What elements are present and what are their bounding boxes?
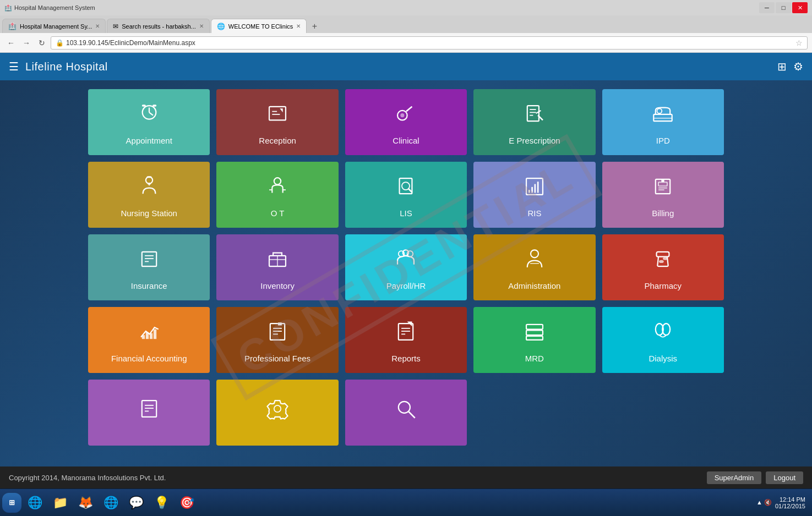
taskbar-system-icons: ▲ 🔇 bbox=[756, 499, 772, 506]
bookmark-icon[interactable]: ☆ bbox=[795, 39, 803, 47]
start-button[interactable]: ⊞ bbox=[2, 493, 21, 513]
time-text: 12:14 PM bbox=[775, 496, 805, 503]
taskbar-ie-icon[interactable]: 🌐 bbox=[23, 492, 47, 513]
tile-ipd[interactable]: IPD bbox=[602, 89, 724, 155]
svg-rect-4 bbox=[152, 105, 156, 107]
taskbar: ⊞ 🌐 📁 🦊 🌐 💬 💡 🎯 ▲ 🔇 12:14 PM 01/12/2015 bbox=[0, 488, 812, 516]
tile-eprescription[interactable]: E Prescription bbox=[473, 89, 595, 155]
tile-lis[interactable]: LIS bbox=[345, 162, 467, 228]
tile-icon-extra2 bbox=[265, 397, 290, 426]
svg-rect-3 bbox=[141, 105, 145, 107]
title-bar: 🏥 Hospital Management System ─ □ ✕ bbox=[0, 0, 812, 15]
app-title: Lifeline Hospital bbox=[25, 61, 108, 73]
tile-icon-ipd bbox=[651, 102, 675, 131]
new-tab-button[interactable]: + bbox=[308, 20, 321, 33]
svg-rect-19 bbox=[146, 176, 151, 178]
tile-icon-extra3 bbox=[394, 397, 418, 426]
tile-icon-pharmacy bbox=[651, 247, 675, 277]
svg-point-75 bbox=[274, 405, 281, 412]
taskbar-explorer-icon[interactable]: 📁 bbox=[48, 492, 72, 513]
superadmin-button[interactable]: SuperAdmin bbox=[707, 471, 762, 484]
tab-close-2[interactable]: ✕ bbox=[199, 23, 204, 29]
taskbar-ppt-icon[interactable]: 🎯 bbox=[175, 492, 199, 513]
tile-pharmacy[interactable]: Pharmacy bbox=[602, 234, 724, 300]
tile-payroll[interactable]: Payroll/HR bbox=[345, 234, 467, 300]
svg-rect-68 bbox=[526, 336, 543, 339]
windows-icon: ⊞ bbox=[9, 498, 15, 507]
page-lock-icon: 🔒 bbox=[56, 39, 64, 47]
svg-rect-34 bbox=[658, 182, 667, 186]
tile-billing[interactable]: Billing bbox=[602, 162, 724, 228]
tile-icon-eprescription bbox=[522, 102, 547, 131]
tile-extra2[interactable] bbox=[216, 380, 338, 446]
tab-close-1[interactable]: ✕ bbox=[95, 23, 100, 29]
tile-financial[interactable]: Financial Accounting bbox=[88, 307, 210, 373]
tile-ris[interactable]: RIS bbox=[473, 162, 595, 228]
tile-icon-appointment bbox=[137, 102, 161, 131]
svg-line-2 bbox=[149, 112, 153, 115]
tile-label-reception: Reception bbox=[259, 136, 296, 145]
tile-icon-ot bbox=[265, 174, 290, 204]
svg-rect-54 bbox=[146, 332, 149, 338]
grid-view-icon[interactable]: ⊞ bbox=[777, 60, 787, 73]
tile-label-appointment: Appointment bbox=[126, 136, 172, 145]
tile-professionalfees[interactable]: Professional Fees bbox=[216, 307, 338, 373]
address-text: 103.19.90.145/EclinicDemo/MainMenu.aspx bbox=[66, 39, 195, 47]
forward-button[interactable]: → bbox=[20, 36, 33, 50]
taskbar-idea-icon[interactable]: 💡 bbox=[149, 492, 173, 513]
hamburger-menu-button[interactable]: ☰ bbox=[9, 60, 19, 73]
clock-display: 12:14 PM 01/12/2015 bbox=[775, 496, 805, 509]
app-header: ☰ Lifeline Hospital ⊞ ⚙ bbox=[0, 53, 812, 80]
tab-favicon-2: ✉ bbox=[113, 23, 118, 30]
minimize-button[interactable]: ─ bbox=[759, 2, 775, 13]
tile-label-billing: Billing bbox=[652, 208, 674, 218]
tab-favicon-1: 🏥 bbox=[8, 23, 17, 30]
tile-icon-nursing bbox=[137, 174, 161, 204]
tile-ot[interactable]: O T bbox=[216, 162, 338, 228]
tile-label-financial: Financial Accounting bbox=[111, 354, 187, 363]
tile-dialysis[interactable]: Dialysis bbox=[602, 307, 724, 373]
tile-icon-extra1 bbox=[137, 397, 161, 426]
svg-rect-50 bbox=[657, 251, 669, 256]
tile-extra1[interactable] bbox=[88, 380, 210, 446]
address-bar[interactable]: 🔒 103.19.90.145/EclinicDemo/MainMenu.asp… bbox=[51, 36, 808, 50]
svg-line-77 bbox=[408, 411, 415, 418]
tile-inventory[interactable]: Inventory bbox=[216, 234, 338, 300]
tile-appointment[interactable]: Appointment bbox=[88, 89, 210, 155]
taskbar-right: ▲ 🔇 12:14 PM 01/12/2015 bbox=[752, 496, 810, 509]
tile-reports[interactable]: Reports bbox=[345, 307, 467, 373]
tile-extra3[interactable] bbox=[345, 380, 467, 446]
maximize-button[interactable]: □ bbox=[776, 2, 791, 13]
browser-tab-2[interactable]: ✉ Search results - harbaksh... ✕ bbox=[107, 19, 210, 33]
taskbar-firefox-icon[interactable]: 🦊 bbox=[73, 492, 97, 513]
tile-label-dialysis: Dialysis bbox=[648, 354, 677, 363]
svg-rect-37 bbox=[662, 179, 664, 182]
tile-insurance[interactable]: Insurance bbox=[88, 234, 210, 300]
tile-reception[interactable]: Reception bbox=[216, 89, 338, 155]
reload-button[interactable]: ↻ bbox=[35, 36, 48, 50]
browser-tab-1[interactable]: 🏥 Hospital Management Sy... ✕ bbox=[2, 19, 106, 33]
tile-grid: AppointmentReceptionClinicalE Prescripti… bbox=[88, 89, 724, 446]
tile-icon-inventory bbox=[265, 247, 290, 277]
tile-mrd[interactable]: MRD bbox=[473, 307, 595, 373]
tab-close-3[interactable]: ✕ bbox=[296, 23, 301, 29]
back-button[interactable]: ← bbox=[4, 36, 18, 50]
tile-label-ris: RIS bbox=[527, 208, 541, 218]
close-button[interactable]: ✕ bbox=[792, 2, 808, 13]
svg-point-51 bbox=[659, 260, 664, 262]
tile-nursing[interactable]: Nursing Station bbox=[88, 162, 210, 228]
browser-tab-3[interactable]: 🌐 WELCOME TO EClinics ✕ bbox=[211, 19, 307, 33]
taskbar-skype-icon[interactable]: 💬 bbox=[124, 492, 148, 513]
tile-label-ot: O T bbox=[271, 208, 285, 218]
settings-icon[interactable]: ⚙ bbox=[793, 60, 803, 73]
tile-label-eprescription: E Prescription bbox=[509, 136, 560, 145]
tile-clinical[interactable]: Clinical bbox=[345, 89, 467, 155]
browser-nav-bar: ← → ↻ 🔒 103.19.90.145/EclinicDemo/MainMe… bbox=[0, 33, 812, 53]
taskbar-chrome-icon[interactable]: 🌐 bbox=[99, 492, 123, 513]
svg-rect-15 bbox=[654, 114, 672, 120]
svg-rect-67 bbox=[526, 330, 543, 335]
tile-administration[interactable]: Administration bbox=[473, 234, 595, 300]
logout-button[interactable]: Logout bbox=[766, 471, 803, 484]
svg-point-10 bbox=[401, 113, 405, 117]
svg-rect-61 bbox=[278, 322, 282, 325]
